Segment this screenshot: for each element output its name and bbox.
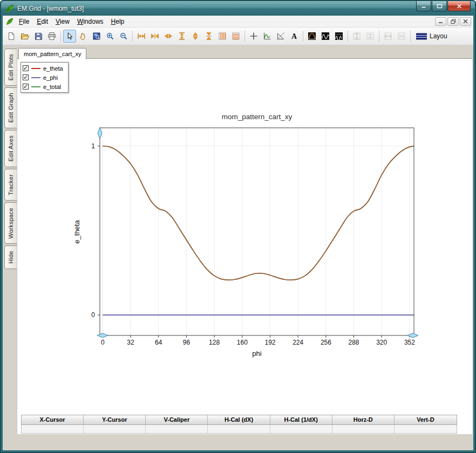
side-tab-label: Workspace [8,208,14,239]
zoom-window-button[interactable] [90,30,103,43]
x-tick-label: 160 [237,339,248,346]
layout-button[interactable]: Layou [413,30,450,43]
side-tab-edit-plots[interactable]: Edit Plots [4,49,17,86]
print-icon [47,32,56,40]
h-caliper-icon [397,32,406,40]
legend-item-e_phi: ✓e_phi [23,73,63,82]
toolbar: ALayou [3,28,473,45]
side-tab-workspace[interactable]: Workspace [4,202,17,244]
y-arrows-in-icon [205,32,213,40]
menu-items: FileEditViewWindowsHelp [15,16,128,27]
y-axis-label: e_theta [73,220,81,244]
cursor-cell [332,425,395,433]
pan-hand-button[interactable] [77,30,90,43]
legend-label: e_theta [43,65,63,72]
pattern-plot-icon [308,32,316,40]
x-tick-label: 192 [264,339,275,346]
menu-help[interactable]: Help [107,16,128,27]
text-label-button[interactable]: A [288,30,301,43]
vertical-gridlines-button[interactable] [216,30,229,43]
text-label-icon: A [290,32,298,40]
side-tab-edit-graph[interactable]: Edit Graph [4,87,17,128]
x-axis-label: phi [252,349,261,358]
waveform-dark-button[interactable] [319,30,332,43]
side-tab-label: Tracker [8,174,14,195]
window-controls [416,1,471,11]
document-tabbar: mom_pattern_cart_xy [17,47,472,59]
zoom-in-button[interactable] [104,30,117,43]
side-tab-edit-axes[interactable]: Edit Axes [4,130,17,167]
toolbar-separator [379,31,379,42]
plot-area[interactable] [100,128,414,335]
new-document-button[interactable] [5,30,18,43]
menu-windows[interactable]: Windows [73,16,107,27]
legend-checkbox-e_theta[interactable]: ✓ [23,65,29,71]
cursor-cell [208,425,270,433]
toolbar-separator [60,31,61,42]
pattern-plot-button[interactable] [305,30,318,43]
x-tick-label: 0 [101,339,105,346]
maximize-button[interactable] [432,1,447,11]
cursor-col-y-cursor: Y-Cursor [84,415,146,424]
close-button[interactable] [447,1,471,11]
child-close-button[interactable] [460,17,471,26]
y-fit-button[interactable] [175,30,188,43]
crosshair-button[interactable] [247,30,260,43]
x-tick-label: 32 [127,339,134,346]
child-minimize-button[interactable] [435,17,446,26]
app-icon [5,4,14,13]
print-button[interactable] [45,30,58,43]
waveform-dark2-button[interactable] [332,30,345,43]
document-system-icon[interactable] [6,18,13,25]
open-folder-icon [21,32,29,40]
zoom-out-button[interactable] [117,30,130,43]
app-body: Edit PlotsEdit GraphEdit AxesTrackerWork… [3,45,473,450]
h-caliper-button [395,30,408,43]
menu-edit[interactable]: Edit [33,16,52,27]
curve-plot-button[interactable] [261,30,274,43]
layout-button-label: Layou [430,32,447,40]
side-tab-hide[interactable]: Hide [4,245,17,269]
doc-tab-label: mom_pattern_cart_xy [24,51,81,57]
chart-title: mom_pattern_cart_xy [222,113,293,121]
side-tab-label: Hide [8,251,14,264]
curve-plot-icon [263,32,271,40]
v-caliper-icon [366,32,375,40]
open-folder-button[interactable] [18,30,31,43]
cursor-cell [22,425,84,433]
child-restore-button[interactable] [447,17,459,26]
chart-svg[interactable]: 032649612816019222425628832035201mom_pat… [71,108,444,367]
horizontal-gridlines-button[interactable] [229,30,242,43]
cursor-col-x-cursor: X-Cursor [22,415,84,424]
y-arrows-out-button[interactable] [189,30,202,43]
titlebar[interactable]: EM.Grid - [wmom_tut3] [1,1,475,16]
zoom-in-icon [106,32,114,40]
x-arrows-out-icon [164,32,173,40]
minimize-button[interactable] [416,1,431,11]
vertical-gridlines-icon [218,32,227,40]
y-arrows-in-button[interactable] [202,30,215,43]
legend-checkbox-e_total[interactable]: ✓ [23,84,29,90]
v-range-button [350,30,363,43]
cursor-table-header: X-CursorY-CursorV-CaliperH-Cal (dX)H-Cal… [21,415,457,425]
y-arrows-out-icon [191,32,200,40]
save-button[interactable] [32,30,45,43]
select-cursor-button[interactable] [63,30,76,43]
slope-caliper-icon [276,32,285,40]
doc-tab-mom-pattern-cart-xy[interactable]: mom_pattern_cart_xy [18,48,86,59]
toolbar-separator [244,31,245,42]
h-range-button [382,30,395,43]
x-arrows-in-button[interactable] [148,30,161,43]
legend-label: e_total [43,84,61,90]
menu-file[interactable]: File [15,16,33,27]
menu-view[interactable]: View [52,16,73,27]
x-tick-label: 64 [155,339,162,346]
side-tab-tracker[interactable]: Tracker [4,169,17,201]
window-title: EM.Grid - [wmom_tut3] [17,5,84,12]
legend-checkbox-e_phi[interactable]: ✓ [23,74,29,80]
x-fit-button[interactable] [135,30,148,43]
x-fit-icon [137,32,146,40]
horizontal-gridlines-icon [232,32,240,40]
slope-caliper-button[interactable] [274,30,287,43]
x-arrows-out-button[interactable] [162,30,175,43]
